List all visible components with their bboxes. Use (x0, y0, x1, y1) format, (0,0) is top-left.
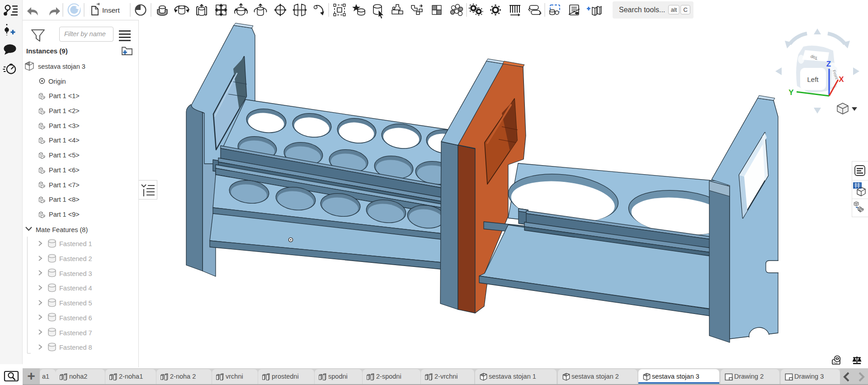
svg-text:Insert: Insert (102, 6, 120, 14)
